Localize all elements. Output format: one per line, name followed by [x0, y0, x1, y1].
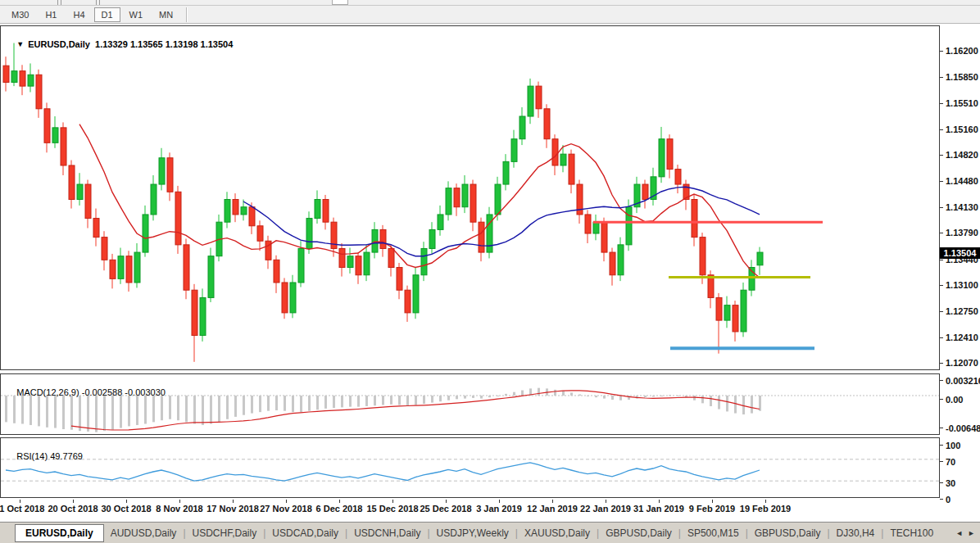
price-axis-label: 1.15850	[946, 72, 978, 82]
date-axis-label: 20 Oct 2018	[48, 504, 98, 514]
rsi-panel[interactable]: RSI(14) 49.7769	[0, 437, 940, 498]
chart-tab-xauusd-daily[interactable]: XAUUSD,Daily	[518, 525, 597, 541]
price-axis-tick	[940, 260, 943, 260]
chart-tab-gbpusd-daily[interactable]: GBPUSD,Daily	[748, 525, 828, 541]
timeframe-button-m30[interactable]: M30	[4, 7, 36, 22]
date-axis-tick	[552, 500, 553, 503]
toolbar-separator	[99, 0, 100, 5]
toolbar-separator	[186, 7, 188, 22]
date-axis-tick	[765, 500, 766, 503]
rsi-axis-label: 100	[946, 441, 960, 450]
rsi-axis-tick	[940, 445, 943, 446]
date-axis-label: 15 Dec 2018	[367, 504, 419, 514]
chart-tab-usdchf-daily[interactable]: USDCHF,Daily	[186, 525, 264, 541]
date-axis-label: 22 Jan 2019	[580, 504, 631, 514]
timeframe-button-h4[interactable]: H4	[66, 7, 92, 22]
macd-axis-label: -0.006485	[946, 423, 980, 433]
date-axis-tick	[712, 500, 713, 503]
macd-label: MACD(12,26,9) -0.002588 -0.003030	[7, 378, 166, 407]
price-axis-tick	[940, 233, 943, 233]
price-chart-panel[interactable]: ▼EURUSD,Daily 1.13329 1.13565 1.13198 1.…	[0, 25, 940, 370]
chart-tab-gbpusd-daily[interactable]: GBPUSD,Daily	[599, 525, 678, 541]
chart-close: 1.13504	[201, 39, 234, 49]
price-axis-label: 1.14480	[946, 176, 978, 186]
candlestick-chart	[1, 26, 939, 369]
macd-axis-tick	[940, 399, 943, 400]
macd-axis-tick	[940, 380, 943, 381]
chart-symbol: EURUSD,Daily	[28, 39, 90, 49]
macd-axis-label: 0.003216	[946, 376, 980, 386]
toolbar-separator	[96, 0, 97, 5]
price-axis-tick	[940, 155, 943, 156]
rsi-axis-label: 0	[946, 495, 951, 505]
price-axis: 1.162001.158501.155101.151601.148201.144…	[940, 25, 980, 500]
macd-panel[interactable]: MACD(12,26,9) -0.002588 -0.003030	[0, 373, 940, 435]
price-axis-label: 1.12070	[946, 358, 978, 368]
date-axis-tick	[392, 500, 393, 503]
macd-name: MACD(12,26,9)	[16, 387, 79, 397]
price-axis-tick	[940, 181, 943, 182]
date-axis-tick	[126, 500, 127, 503]
chart-tab-usdcad-daily[interactable]: USDCAD,Daily	[265, 525, 345, 541]
date-axis-label: 25 Dec 2018	[420, 504, 472, 514]
timeframe-button-mn[interactable]: MN	[152, 7, 180, 22]
price-axis-tick	[940, 311, 943, 312]
rsi-axis-tick	[940, 482, 943, 483]
date-axis-label: 19 Feb 2019	[740, 504, 791, 514]
triangle-down-icon[interactable]: ▼	[16, 40, 24, 48]
price-axis-label: 1.15160	[946, 124, 978, 134]
timeframe-button-h1[interactable]: H1	[38, 7, 64, 22]
price-axis-label: 1.12410	[946, 333, 978, 342]
chart-tab-audusd-daily[interactable]: AUDUSD,Daily	[104, 525, 184, 541]
chart-tab-usdjpy-weekly[interactable]: USDJPY,Weekly	[430, 525, 515, 541]
chart-title: ▼EURUSD,Daily 1.13329 1.13565 1.13198 1.…	[7, 29, 233, 59]
price-axis-label: 1.13790	[946, 228, 978, 238]
chart-high: 1.13565	[130, 39, 163, 49]
timeframe-button-d1[interactable]: D1	[94, 7, 120, 22]
chart-tab-sp500-m15[interactable]: SP500,M15	[681, 525, 746, 541]
chart-tab-dj30-h4[interactable]: DJ30,H4	[830, 525, 882, 541]
price-axis-label: 1.16200	[946, 46, 978, 56]
date-axis-tick	[499, 500, 500, 503]
price-axis-label: 1.15510	[946, 98, 978, 108]
date-axis-label: 30 Oct 2018	[101, 504, 151, 514]
date-axis-tick	[179, 500, 180, 503]
date-axis-label: 11 Oct 2018	[0, 504, 44, 514]
chart-low: 1.13198	[166, 39, 198, 49]
date-axis-tick	[286, 500, 287, 503]
date-axis-label: 3 Jan 2019	[476, 504, 522, 514]
toolbar-separator	[61, 0, 61, 5]
date-axis-tick	[606, 500, 606, 503]
scroll-right-icon[interactable]: ►	[968, 529, 975, 537]
date-axis-label: 8 Nov 2018	[156, 504, 202, 514]
rsi-axis-label: 30	[946, 478, 955, 488]
date-axis-tick	[73, 500, 74, 503]
rsi-label: RSI(14) 49.7769	[7, 441, 83, 471]
price-axis-label: 1.13100	[946, 280, 978, 290]
rsi-chart	[1, 438, 939, 497]
price-axis-tick	[940, 285, 943, 286]
price-axis-tick	[940, 51, 943, 52]
macd-main-value: -0.002588	[82, 387, 123, 397]
macd-signal-value: -0.003030	[125, 387, 166, 397]
chart-tab-bar: EURUSD,DailyAUDUSD,Daily|USDCHF,Daily|US…	[0, 522, 980, 543]
chart-tab-eurusd-daily[interactable]: EURUSD,Daily	[15, 524, 104, 542]
macd-axis-label: 0.00	[946, 395, 963, 405]
price-axis-tick	[940, 77, 943, 78]
timeframe-toolbar: M30H1H4D1W1MN	[0, 6, 980, 24]
date-axis-tick	[339, 500, 340, 503]
chart-tab-usdcnh-daily[interactable]: USDCNH,Daily	[347, 525, 427, 541]
rsi-value: 49.7769	[50, 451, 83, 461]
scroll-left-icon[interactable]: ◄	[955, 529, 963, 537]
price-axis-label: 1.12750	[946, 306, 978, 316]
toolbar-separator	[57, 0, 58, 5]
date-axis-label: 6 Dec 2018	[316, 504, 363, 514]
rsi-axis-tick	[940, 499, 943, 500]
timeframe-button-w1[interactable]: W1	[122, 7, 151, 22]
date-axis-tick	[659, 500, 660, 503]
price-axis-label: 1.14820	[946, 150, 978, 160]
date-axis-label: 12 Jan 2019	[527, 504, 578, 514]
chart-open: 1.13329	[95, 39, 128, 49]
macd-axis-tick	[940, 428, 943, 428]
chart-tab-tech100[interactable]: TECH100	[883, 525, 940, 541]
